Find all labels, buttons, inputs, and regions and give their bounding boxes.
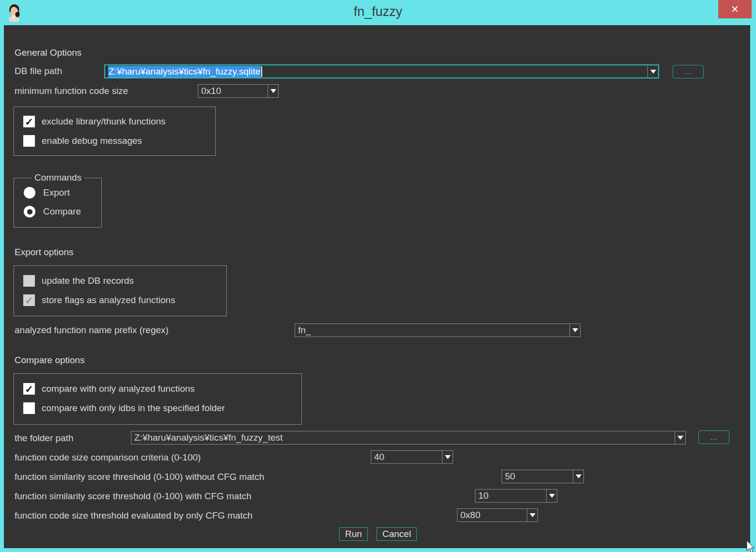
update-db-label: update the DB records <box>42 276 134 286</box>
commands-group: Commands Export Compare <box>14 178 102 228</box>
prefix-combobox[interactable]: fn_ <box>295 323 581 337</box>
compare-radio-label: Compare <box>43 206 81 217</box>
close-button[interactable]: ✕ <box>718 0 752 18</box>
check-icon: ✓ <box>25 117 33 127</box>
similarity-without-cfg-label: function similarity score threshold (0-1… <box>15 472 264 482</box>
exclude-library-checkbox[interactable]: ✓ <box>23 116 35 127</box>
code-size-criteria-value: 40 <box>371 451 442 463</box>
similarity-without-cfg-value: 50 <box>502 470 573 483</box>
check-icon: ✓ <box>25 295 33 306</box>
chevron-down-icon[interactable] <box>268 85 278 97</box>
only-analyzed-label: compare with only analyzed functions <box>42 383 195 394</box>
similarity-with-cfg-label: function similarity score threshold (0-1… <box>15 491 252 502</box>
similarity-with-cfg-value: 10 <box>475 490 546 502</box>
export-options-heading: Export options <box>15 247 73 258</box>
chevron-down-icon[interactable] <box>442 451 453 463</box>
prefix-label: analyzed function name prefix (regex) <box>15 325 169 336</box>
enable-debug-row[interactable]: ✓ enable debug messages <box>23 135 142 147</box>
chevron-down-icon[interactable] <box>647 65 658 77</box>
min-code-size-value: 0x10 <box>198 85 268 97</box>
only-idbs-row[interactable]: ✓ compare with only idbs in the specifie… <box>23 402 225 414</box>
cancel-button[interactable]: Cancel <box>377 527 417 541</box>
code-size-cfg-only-label: function code size threshold evaluated b… <box>15 510 252 521</box>
store-flags-checkbox[interactable]: ✓ <box>23 294 35 306</box>
db-file-path-label: DB file path <box>15 66 62 77</box>
compare-radio-row[interactable]: Compare <box>24 206 81 217</box>
only-idbs-label: compare with only idbs in the specified … <box>42 403 225 414</box>
db-file-path-combobox[interactable]: Z:¥haru¥analysis¥tics¥fn_fuzzy.sqlite <box>104 64 659 78</box>
update-db-row[interactable]: ✓ update the DB records <box>23 275 134 287</box>
window-title: fn_fuzzy <box>0 0 756 21</box>
folder-path-value: Z:¥haru¥analysis¥tics¥fn_fuzzy_test <box>131 431 675 444</box>
export-radio[interactable] <box>24 187 35 199</box>
dialog-content: General Options DB file path Z:¥haru¥ana… <box>4 25 750 548</box>
dialog-window: fn_fuzzy ✕ General Options DB file path … <box>0 0 756 552</box>
min-code-size-dropdown[interactable]: 0x10 <box>198 84 279 98</box>
general-options-heading: General Options <box>15 47 81 58</box>
store-flags-row[interactable]: ✓ store flags as analyzed functions <box>23 294 175 306</box>
commands-legend: Commands <box>32 172 84 183</box>
close-icon: ✕ <box>731 3 739 15</box>
chevron-down-icon[interactable] <box>569 324 580 337</box>
compare-options-heading: Compare options <box>15 355 85 366</box>
enable-debug-label: enable debug messages <box>42 136 142 146</box>
similarity-with-cfg-dropdown[interactable]: 10 <box>475 489 557 503</box>
chevron-down-icon[interactable] <box>675 431 685 444</box>
folder-path-label: the folder path <box>15 433 73 444</box>
chevron-down-icon[interactable] <box>527 509 537 521</box>
only-idbs-checkbox[interactable]: ✓ <box>23 402 35 414</box>
exclude-library-row[interactable]: ✓ exclude library/thunk functions <box>23 116 166 127</box>
store-flags-label: store flags as analyzed functions <box>42 295 175 306</box>
only-analyzed-checkbox[interactable]: ✓ <box>23 383 35 395</box>
code-size-cfg-only-dropdown[interactable]: 0x80 <box>457 508 538 522</box>
check-icon: ✓ <box>25 384 33 394</box>
title-bar[interactable]: fn_fuzzy ✕ <box>0 0 756 25</box>
run-button[interactable]: Run <box>339 527 368 541</box>
export-radio-label: Export <box>43 187 70 198</box>
compare-radio[interactable] <box>24 206 35 217</box>
export-radio-row[interactable]: Export <box>24 187 70 199</box>
exclude-library-label: exclude library/thunk functions <box>42 116 166 127</box>
code-size-criteria-label: function code size comparison criteria (… <box>15 452 201 463</box>
chevron-down-icon[interactable] <box>546 490 557 502</box>
folder-browse-button[interactable]: ... <box>698 430 729 444</box>
enable-debug-checkbox[interactable]: ✓ <box>23 135 35 147</box>
prefix-value: fn_ <box>295 324 569 337</box>
general-checkbox-group: ✓ exclude library/thunk functions ✓ enab… <box>14 107 216 156</box>
update-db-checkbox[interactable]: ✓ <box>23 275 35 287</box>
code-size-criteria-dropdown[interactable]: 40 <box>371 450 453 464</box>
similarity-without-cfg-dropdown[interactable]: 50 <box>502 470 584 483</box>
db-browse-button[interactable]: ... <box>673 65 704 78</box>
compare-checkbox-group: ✓ compare with only analyzed functions ✓… <box>14 373 302 425</box>
chevron-down-icon[interactable] <box>573 470 583 483</box>
only-analyzed-row[interactable]: ✓ compare with only analyzed functions <box>23 383 195 395</box>
min-code-size-label: minimum function code size <box>15 86 128 96</box>
text-caret <box>261 66 262 77</box>
db-file-path-value: Z:¥haru¥analysis¥tics¥fn_fuzzy.sqlite <box>105 65 647 77</box>
mouse-cursor <box>744 540 756 552</box>
export-checkbox-group: ✓ update the DB records ✓ store flags as… <box>14 265 227 316</box>
folder-path-combobox[interactable]: Z:¥haru¥analysis¥tics¥fn_fuzzy_test <box>131 431 686 445</box>
code-size-cfg-only-value: 0x80 <box>457 509 527 521</box>
